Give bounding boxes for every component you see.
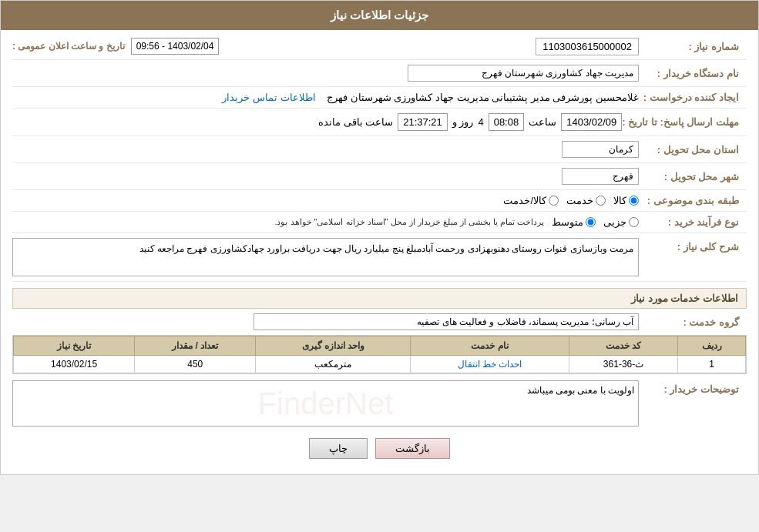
service-section-title: اطلاعات خدمات مورد نیاز — [12, 288, 747, 309]
category-label-khedmat: خدمت — [566, 195, 593, 206]
announce-label: تاریخ و ساعت اعلان عمومی : — [12, 41, 125, 52]
buyer-notes-box: اولویت با معنی بومی میباشد FinderNet — [12, 380, 639, 427]
watermark: FinderNet — [258, 386, 394, 421]
category-label-kala: کالا — [613, 195, 626, 206]
creator-row: ایجاد کننده درخواست : غلامحسین پورشرفی م… — [12, 92, 747, 109]
cell-name: احداث خط انتقال — [411, 356, 569, 373]
buyer-notes-section: توضیحات خریدار : اولویت با معنی بومی میب… — [12, 380, 747, 427]
purchase-label-jozii: جزیی — [603, 216, 626, 228]
purchase-type-value: جزیی متوسط پرداخت تمام یا بخشی از مبلغ خ… — [12, 216, 639, 228]
creator-value: غلامحسین پورشرفی مدیر پشتیبانی مدیریت جه… — [12, 92, 639, 103]
back-button[interactable]: بازگشت — [375, 438, 450, 459]
purchase-radio-motavasset[interactable] — [586, 217, 596, 227]
need-number-box: 1103003615000002 — [536, 38, 639, 55]
description-row: شرح کلی نیاز : مرمت وبازسازی قنوات روستا… — [12, 238, 747, 282]
description-label: شرح کلی نیاز : — [639, 238, 747, 253]
category-option-2: خدمت — [566, 195, 606, 206]
province-value: کرمان — [12, 141, 639, 158]
cell-date: 1403/02/15 — [14, 356, 135, 373]
city-label: شهر محل تحویل : — [639, 171, 747, 182]
need-number-row: شماره نیاز : 1103003615000002 1403/02/04… — [12, 38, 747, 60]
service-group-box: آب رسانی؛ مدیریت پسماند، فاضلاب و فعالیت… — [254, 313, 639, 330]
deadline-row: مهلت ارسال پاسخ: تا تاریخ : 1403/02/09 س… — [12, 113, 747, 136]
purchase-type-jozii: جزیی — [603, 216, 639, 228]
deadline-days-label: روز و — [452, 116, 474, 128]
page-header: جزئیات اطلاعات نیاز — [1, 1, 758, 30]
purchase-label-motavasset: متوسط — [552, 216, 583, 228]
category-label: طبقه بندی موضوعی : — [639, 195, 747, 206]
city-value: فهرج — [12, 168, 639, 185]
category-label-both: کالا/خدمت — [503, 195, 546, 206]
category-option-3: کالا/خدمت — [503, 195, 559, 206]
col-unit: واحد اندازه گیری — [256, 336, 411, 356]
province-label: استان محل تحویل : — [639, 144, 747, 156]
category-radio-khedmat[interactable] — [596, 196, 606, 206]
cell-row: 1 — [678, 356, 746, 373]
announce-section: 1403/02/04 - 09:56 تاریخ و ساعت اعلان عم… — [12, 38, 326, 55]
purchase-type-label: نوع فرآیند خرید : — [639, 216, 747, 228]
print-button[interactable]: چاپ — [309, 438, 368, 459]
deadline-date-box: 1403/02/09 — [561, 113, 622, 131]
creator-text: غلامحسین پورشرفی مدیر پشتیبانی مدیریت جه… — [327, 92, 639, 103]
buyer-org-box: مدیریت جهاد کشاورزی شهرستان فهرج — [408, 65, 639, 82]
category-radio-kala[interactable] — [629, 196, 639, 206]
purchase-type-row: نوع فرآیند خرید : جزیی متوسط پرداخت تمام… — [12, 216, 747, 233]
cell-unit: مترمکعب — [256, 356, 411, 373]
need-number-label: شماره نیاز : — [639, 41, 747, 52]
creator-label: ایجاد کننده درخواست : — [639, 92, 747, 103]
deadline-days: 4 — [478, 116, 483, 128]
deadline-time-box: 08:08 — [489, 113, 525, 131]
buyer-org-label: نام دستگاه خریدار : — [639, 68, 747, 79]
cell-code: ث-36-361 — [569, 356, 678, 373]
need-number-value: 1103003615000002 — [326, 41, 640, 52]
purchase-radio-jozii[interactable] — [629, 217, 639, 227]
content-area: شماره نیاز : 1103003615000002 1403/02/04… — [1, 30, 758, 474]
deadline-remaining-label: ساعت باقی مانده — [318, 116, 393, 128]
purchase-type-radio-group: جزیی متوسط پرداخت تمام یا بخشی از مبلغ خ… — [12, 216, 639, 228]
page-wrapper: جزئیات اطلاعات نیاز شماره نیاز : 1103003… — [0, 0, 759, 475]
buyer-notes-text: اولویت با معنی بومی میباشد — [527, 385, 634, 396]
city-box: فهرج — [562, 168, 639, 185]
description-box: مرمت وبازسازی قنوات روستای دهنوبهزادی ور… — [12, 238, 639, 276]
announce-date-box: 1403/02/04 - 09:56 — [131, 38, 220, 55]
deadline-value: 1403/02/09 ساعت 08:08 4 روز و 21:37:21 س… — [12, 113, 622, 131]
category-radio-group: کالا خدمت کالا/خدمت — [12, 195, 639, 206]
col-date: تاریخ نیاز — [14, 336, 135, 356]
col-name: نام خدمت — [411, 336, 569, 356]
category-value: کالا خدمت کالا/خدمت — [12, 195, 639, 206]
table-row: 1 ث-36-361 احداث خط انتقال مترمکعب 450 1… — [14, 356, 746, 373]
button-row: بازگشت چاپ — [12, 438, 747, 459]
purchase-note: پرداخت تمام یا بخشی از مبلغ خریدار از مح… — [274, 217, 544, 227]
service-group-value: آب رسانی؛ مدیریت پسماند، فاضلاب و فعالیت… — [254, 313, 639, 330]
deadline-time-label: ساعت — [529, 116, 556, 128]
table-header-row: ردیف کد خدمت نام خدمت واحد اندازه گیری ت… — [14, 336, 746, 356]
header-title: جزئیات اطلاعات نیاز — [331, 8, 428, 22]
cell-qty: 450 — [135, 356, 256, 373]
category-row: طبقه بندی موضوعی : کالا خدمت کالا/خدمت — [12, 195, 747, 212]
col-code: کد خدمت — [569, 336, 678, 356]
col-row: ردیف — [678, 336, 746, 356]
province-row: استان محل تحویل : کرمان — [12, 141, 747, 163]
buyer-org-row: نام دستگاه خریدار : مدیریت جهاد کشاورزی … — [12, 65, 747, 87]
service-table: ردیف کد خدمت نام خدمت واحد اندازه گیری ت… — [13, 336, 746, 373]
purchase-type-motavasset: متوسط — [552, 216, 596, 228]
description-text: مرمت وبازسازی قنوات روستای دهنوبهزادی ور… — [139, 243, 633, 254]
description-value: مرمت وبازسازی قنوات روستای دهنوبهزادی ور… — [12, 238, 639, 276]
deadline-remaining-box: 21:37:21 — [398, 113, 448, 131]
deadline-label: مهلت ارسال پاسخ: تا تاریخ : — [622, 116, 747, 128]
category-radio-both[interactable] — [549, 196, 559, 206]
city-row: شهر محل تحویل : فهرج — [12, 168, 747, 190]
contact-link[interactable]: اطلاعات تماس خریدار — [222, 92, 315, 103]
col-qty: تعداد / مقدار — [135, 336, 256, 356]
buyer-org-value: مدیریت جهاد کشاورزی شهرستان فهرج — [12, 65, 639, 82]
service-group-label: گروه خدمت : — [639, 316, 747, 328]
buyer-notes-label: توضیحات خریدار : — [639, 380, 747, 395]
service-table-container: ردیف کد خدمت نام خدمت واحد اندازه گیری ت… — [12, 335, 747, 374]
service-name-link[interactable]: احداث خط انتقال — [458, 359, 522, 370]
service-group-row: گروه خدمت : آب رسانی؛ مدیریت پسماند، فاض… — [12, 313, 747, 330]
deadline-date-row: 1403/02/09 ساعت 08:08 4 روز و 21:37:21 س… — [12, 113, 622, 131]
province-box: کرمان — [562, 141, 639, 158]
category-option-1: کالا — [613, 195, 639, 206]
